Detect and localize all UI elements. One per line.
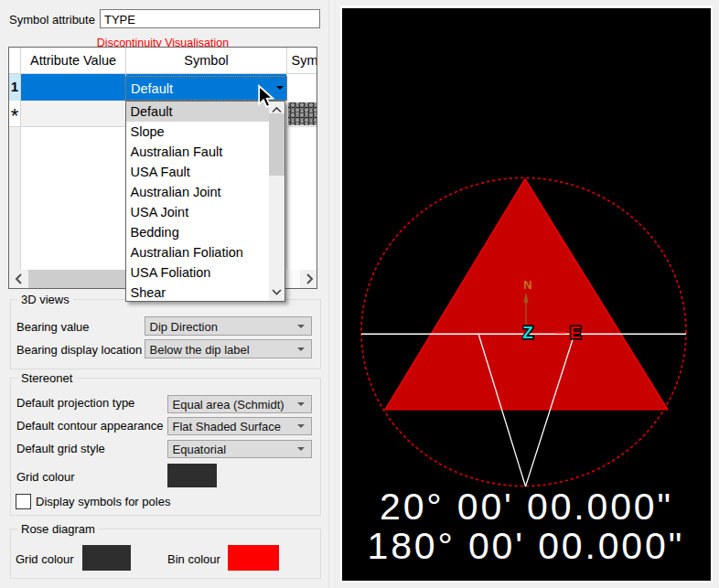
svg-text:E: E bbox=[570, 323, 582, 342]
svg-text:Z: Z bbox=[522, 323, 533, 342]
svg-text:N: N bbox=[523, 278, 531, 292]
